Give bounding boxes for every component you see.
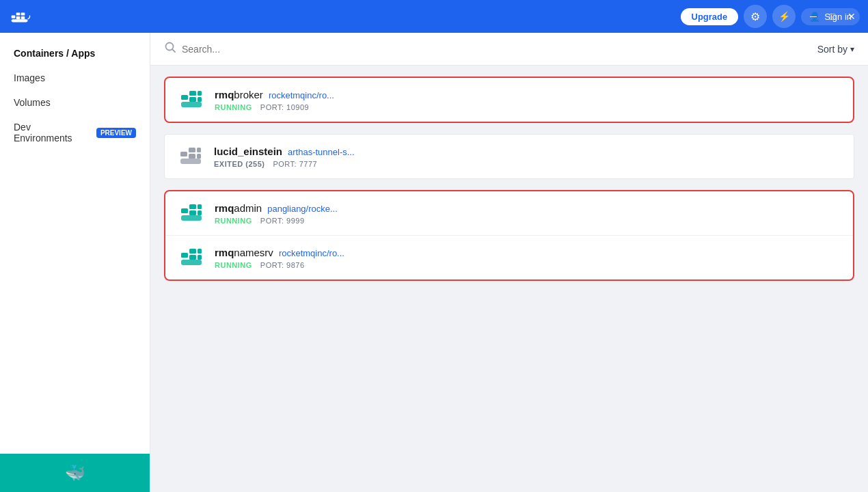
lucid-einstein-card[interactable]: lucid_einstein arthas-tunnel-s... EXITED… bbox=[164, 134, 854, 179]
table-row[interactable]: rmqadmin pangliang/rocke... RUNNING PORT… bbox=[165, 191, 853, 236]
svg-rect-23 bbox=[198, 204, 202, 209]
svg-point-6 bbox=[166, 43, 174, 51]
table-row[interactable]: rmqnamesrv rocketmqinc/ro... RUNNING POR… bbox=[165, 236, 853, 279]
svg-rect-25 bbox=[181, 215, 202, 221]
container-status-row: EXITED (255) PORT: 7777 bbox=[214, 160, 840, 168]
container-status-row: RUNNING PORT: 10909 bbox=[215, 103, 839, 111]
rmqbroker-card[interactable]: rmqbroker rocketmqinc/ro... RUNNING PORT… bbox=[164, 77, 854, 123]
notification-icon: ⚡ bbox=[778, 11, 790, 22]
svg-rect-0 bbox=[12, 16, 16, 18]
maximize-button[interactable]: □ bbox=[824, 8, 841, 25]
sort-label: Sort by bbox=[817, 44, 847, 55]
svg-rect-20 bbox=[181, 208, 188, 213]
sidebar-item-dev-label: Dev Environments bbox=[14, 122, 88, 144]
sort-button[interactable]: Sort by ▾ bbox=[817, 44, 854, 55]
svg-rect-10 bbox=[189, 97, 196, 102]
group-card: rmqadmin pangliang/rocke... RUNNING PORT… bbox=[164, 190, 854, 281]
svg-rect-18 bbox=[197, 154, 201, 159]
container-icon-lucid-einstein bbox=[178, 144, 203, 169]
svg-rect-11 bbox=[198, 91, 202, 96]
svg-rect-4 bbox=[21, 16, 25, 19]
container-info-rmqadmin: rmqadmin pangliang/rocke... RUNNING PORT… bbox=[215, 202, 839, 225]
container-image: arthas-tunnel-s... bbox=[288, 147, 355, 157]
port-label: PORT: 9999 bbox=[260, 217, 305, 225]
close-button[interactable]: ✕ bbox=[843, 8, 860, 25]
svg-rect-30 bbox=[198, 255, 202, 260]
container-name: lucid_einstein bbox=[214, 146, 282, 157]
search-icon bbox=[164, 41, 176, 57]
sidebar-item-images-label: Images bbox=[14, 72, 45, 83]
svg-rect-5 bbox=[12, 19, 28, 22]
container-icon-rmqadmin bbox=[179, 201, 204, 226]
svg-rect-12 bbox=[198, 97, 202, 102]
svg-rect-17 bbox=[197, 148, 201, 152]
docker-footer-icon: 🐳 bbox=[65, 463, 85, 482]
notifications-button[interactable]: ⚡ bbox=[772, 5, 796, 28]
sidebar-nav: Containers / Apps Images Volumes Dev Env… bbox=[0, 33, 150, 454]
status-badge: RUNNING bbox=[215, 261, 252, 269]
svg-rect-24 bbox=[198, 210, 202, 215]
svg-line-7 bbox=[173, 50, 176, 53]
svg-rect-9 bbox=[189, 91, 196, 96]
container-list: rmqbroker rocketmqinc/ro... RUNNING PORT… bbox=[150, 66, 868, 492]
name-prefix: rmq bbox=[215, 247, 234, 258]
sidebar-item-containers[interactable]: Containers / Apps bbox=[0, 41, 150, 66]
upgrade-button[interactable]: Upgrade bbox=[681, 8, 739, 25]
svg-rect-22 bbox=[189, 210, 196, 215]
container-name-row: lucid_einstein arthas-tunnel-s... bbox=[214, 146, 840, 157]
container-info-lucid: lucid_einstein arthas-tunnel-s... EXITED… bbox=[214, 146, 840, 168]
svg-rect-3 bbox=[21, 12, 25, 15]
status-badge: EXITED (255) bbox=[214, 160, 265, 168]
sidebar-item-volumes-label: Volumes bbox=[14, 97, 51, 108]
container-name-row: rmqnamesrv rocketmqinc/ro... bbox=[215, 247, 839, 258]
sidebar: Containers / Apps Images Volumes Dev Env… bbox=[0, 33, 150, 492]
container-image: rocketmqinc/ro... bbox=[279, 248, 344, 258]
container-icon-rmqbroker bbox=[179, 87, 204, 112]
name-bold: admin bbox=[234, 202, 262, 214]
svg-rect-13 bbox=[181, 102, 202, 107]
search-input[interactable] bbox=[182, 44, 817, 55]
table-row[interactable]: rmqbroker rocketmqinc/ro... RUNNING PORT… bbox=[165, 78, 853, 122]
container-status-row: RUNNING PORT: 9876 bbox=[215, 261, 839, 269]
chevron-down-icon: ▾ bbox=[850, 44, 854, 54]
titlebar-left bbox=[8, 7, 33, 26]
container-icon-rmqnamesrv bbox=[179, 245, 204, 270]
table-row[interactable]: lucid_einstein arthas-tunnel-s... EXITED… bbox=[165, 135, 854, 178]
sidebar-item-images[interactable]: Images bbox=[0, 66, 150, 90]
docker-logo bbox=[8, 7, 33, 26]
container-image: pangliang/rocke... bbox=[267, 204, 338, 214]
gear-icon: ⚙ bbox=[750, 10, 760, 23]
container-name: rmqadmin bbox=[215, 202, 262, 214]
window-controls: ─ □ ✕ bbox=[805, 8, 860, 25]
sidebar-item-dev-environments[interactable]: Dev Environments PREVIEW bbox=[0, 115, 150, 150]
port-label: PORT: 7777 bbox=[273, 160, 317, 168]
main-panel: Sort by ▾ bbox=[150, 33, 868, 492]
svg-rect-19 bbox=[180, 159, 201, 164]
svg-rect-28 bbox=[189, 255, 196, 260]
name-prefix: rmq bbox=[215, 89, 234, 100]
search-bar-area: Sort by ▾ bbox=[150, 33, 868, 66]
container-status-row: RUNNING PORT: 9999 bbox=[215, 217, 839, 225]
sidebar-item-volumes[interactable]: Volumes bbox=[0, 90, 150, 115]
name-bold: broker bbox=[234, 89, 263, 100]
svg-rect-2 bbox=[16, 16, 21, 19]
status-badge: RUNNING bbox=[215, 103, 252, 111]
svg-rect-27 bbox=[189, 249, 196, 254]
container-info-rmqnamesrv: rmqnamesrv rocketmqinc/ro... RUNNING POR… bbox=[215, 247, 839, 269]
svg-rect-1 bbox=[16, 12, 21, 15]
port-label: PORT: 9876 bbox=[260, 261, 305, 269]
container-image: rocketmqinc/ro... bbox=[269, 90, 334, 100]
svg-rect-8 bbox=[181, 95, 188, 100]
minimize-button[interactable]: ─ bbox=[805, 8, 822, 25]
sidebar-footer: 🐳 bbox=[0, 454, 150, 492]
port-label: PORT: 10909 bbox=[260, 103, 309, 111]
svg-rect-31 bbox=[181, 260, 202, 265]
settings-button[interactable]: ⚙ bbox=[744, 5, 767, 28]
status-badge: RUNNING bbox=[215, 217, 252, 225]
sidebar-item-containers-label: Containers / Apps bbox=[14, 48, 95, 59]
app-body: Containers / Apps Images Volumes Dev Env… bbox=[0, 33, 868, 492]
svg-rect-21 bbox=[189, 204, 196, 209]
search-wrapper bbox=[164, 41, 817, 57]
name-prefix: rmq bbox=[215, 202, 234, 214]
spacer bbox=[164, 179, 854, 190]
